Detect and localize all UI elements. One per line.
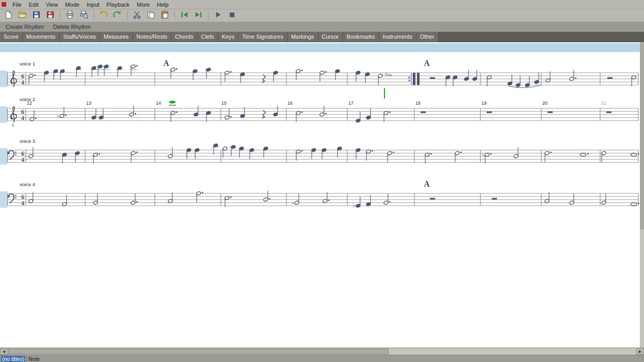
note[interactable] (513, 147, 519, 159)
command-other[interactable]: Other (416, 32, 439, 42)
note[interactable] (28, 147, 34, 159)
note[interactable] (90, 66, 98, 77)
rest[interactable] (607, 77, 613, 79)
note[interactable] (601, 194, 606, 205)
note[interactable] (93, 194, 98, 205)
note[interactable] (273, 71, 278, 82)
note[interactable] (168, 192, 173, 204)
note[interactable] (169, 68, 178, 79)
note[interactable] (240, 72, 245, 84)
note[interactable] (569, 70, 576, 81)
staff-voice-1[interactable]: voice 164AAFine (0, 59, 638, 88)
note[interactable] (516, 76, 521, 88)
note[interactable] (544, 192, 550, 204)
command-markings[interactable]: Markings (287, 32, 318, 42)
note[interactable] (544, 151, 552, 162)
menu-view[interactable]: View (42, 1, 62, 9)
note[interactable] (168, 147, 173, 159)
command-score[interactable]: Score (0, 32, 23, 42)
note[interactable] (425, 153, 432, 164)
note[interactable] (356, 71, 361, 82)
toolbar-button-paste[interactable] (158, 9, 171, 22)
note[interactable] (387, 151, 394, 162)
note[interactable] (170, 111, 178, 122)
note[interactable] (75, 151, 80, 162)
command-measures[interactable]: Measures (100, 32, 133, 42)
vertical-scroll-thumb[interactable] (640, 43, 643, 229)
note[interactable] (194, 106, 199, 117)
note[interactable] (212, 143, 219, 155)
note[interactable] (464, 70, 469, 81)
score-canvas[interactable]: voice 164AAFinevoice 2864121314151617181… (0, 42, 644, 348)
scroll-thumb[interactable] (8, 349, 389, 354)
note[interactable] (311, 148, 316, 159)
scroll-left-button[interactable]: ◀ (0, 349, 8, 355)
staff-panel[interactable] (0, 148, 7, 164)
note[interactable] (445, 75, 450, 87)
toolbar-button-play[interactable] (212, 9, 224, 22)
note[interactable] (116, 66, 123, 77)
command-notes-rests[interactable]: Notes/Rests (133, 32, 171, 42)
rest[interactable] (430, 77, 435, 79)
menu-mode[interactable]: Mode (61, 1, 83, 9)
score-svg[interactable]: voice 164AAFinevoice 2864121314151617181… (0, 42, 644, 348)
rest[interactable] (548, 111, 553, 113)
command-keys[interactable]: Keys (218, 32, 238, 42)
note[interactable] (525, 76, 530, 88)
note[interactable] (230, 145, 237, 156)
note[interactable] (383, 111, 391, 122)
note[interactable] (631, 75, 636, 87)
note[interactable] (103, 64, 110, 76)
note[interactable] (263, 191, 270, 202)
command-movements[interactable]: Movements (23, 32, 60, 42)
toolbar-button-print-preview[interactable] (77, 9, 90, 22)
note[interactable] (321, 148, 327, 159)
note[interactable] (263, 146, 268, 158)
toolbar-button-save[interactable] (30, 9, 43, 22)
note[interactable] (356, 112, 361, 123)
command-staffs-voices[interactable]: Staffs/Voices (60, 32, 100, 42)
note[interactable] (366, 109, 371, 120)
toolbar-button-cut[interactable] (131, 9, 143, 22)
note[interactable]: ♭ (57, 107, 67, 119)
toolbar-button-new[interactable] (2, 9, 15, 22)
note[interactable] (29, 110, 37, 122)
note[interactable] (28, 74, 36, 85)
note[interactable] (75, 66, 82, 77)
note[interactable] (534, 73, 539, 85)
toolbar-button-redo[interactable] (111, 9, 124, 22)
toolbar-button-undo[interactable] (97, 9, 110, 22)
menu-edit[interactable]: Edit (25, 1, 42, 9)
note[interactable] (487, 75, 492, 87)
menu-help[interactable]: Help (153, 1, 172, 9)
note[interactable] (91, 109, 96, 120)
note[interactable] (319, 71, 327, 82)
command-time-signatures[interactable]: Time Signatures (238, 32, 287, 42)
note[interactable] (28, 192, 34, 204)
command-chords[interactable]: Chords (171, 32, 197, 42)
note[interactable] (53, 69, 58, 80)
toolbar-button-open[interactable] (16, 9, 29, 22)
command-clefs[interactable]: Clefs (198, 32, 218, 42)
note[interactable] (195, 148, 200, 159)
note[interactable] (601, 151, 606, 162)
note[interactable] (453, 75, 458, 87)
command-instruments[interactable]: Instruments (379, 32, 416, 42)
note[interactable] (296, 150, 303, 161)
note[interactable] (296, 69, 303, 80)
rest[interactable] (606, 111, 611, 113)
note[interactable] (455, 151, 462, 162)
note[interactable] (335, 69, 340, 80)
note[interactable] (319, 106, 327, 117)
note[interactable] (365, 72, 370, 84)
note[interactable] (296, 111, 303, 122)
note[interactable] (239, 146, 244, 158)
note[interactable] (356, 148, 361, 159)
note[interactable] (224, 196, 232, 207)
note[interactable] (224, 71, 232, 82)
menu-input[interactable]: Input (83, 1, 103, 9)
note[interactable] (129, 106, 136, 117)
note[interactable] (205, 68, 212, 79)
note[interactable] (581, 153, 589, 156)
note[interactable] (472, 70, 477, 81)
